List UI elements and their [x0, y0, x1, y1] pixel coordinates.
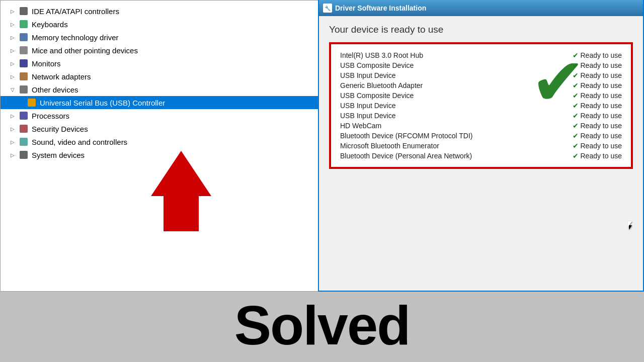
- device-row: Intel(R) USB 3.0 Root Hub ✔Ready to use: [338, 50, 624, 60]
- tree-label-monitors: Monitors: [32, 59, 61, 68]
- device-status-cell: ✔Ready to use: [543, 151, 624, 161]
- device-icon-mice: [19, 45, 29, 55]
- tree-label-ide: IDE ATA/ATAPI controllers: [32, 7, 119, 16]
- device-icon-memory: [19, 32, 29, 42]
- arrow-head: [151, 151, 211, 196]
- mouse-cursor: [628, 221, 632, 227]
- device-icon-system: [19, 150, 29, 160]
- device-name-cell: USB Input Device: [338, 101, 543, 111]
- tree-item-usb-controller[interactable]: Universal Serial Bus (USB) Controller: [1, 96, 321, 109]
- device-icon-keyboards: [19, 19, 29, 29]
- tree-item-memory[interactable]: ▷ Memory technology driver: [1, 31, 321, 44]
- device-name-cell: Generic Bluetooth Adapter: [338, 80, 543, 90]
- device-status-cell: ✔Ready to use: [543, 90, 624, 101]
- device-name-cell: USB Input Device: [338, 111, 543, 121]
- check-icon: ✔: [573, 71, 579, 79]
- tree-item-processors[interactable]: ▷ Processors: [1, 109, 321, 122]
- check-icon: ✔: [573, 132, 579, 140]
- expand-icon-memory: ▷: [9, 33, 17, 41]
- device-row: Bluetooth Device (RFCOMM Protocol TDI) ✔…: [338, 131, 624, 141]
- device-name-cell: Bluetooth Device (Personal Area Network): [338, 151, 543, 161]
- tree-label-other: Other devices: [32, 85, 78, 94]
- tree-item-other[interactable]: ▽ Other devices: [1, 83, 321, 96]
- tree-label-keyboards: Keyboards: [32, 20, 68, 29]
- tree-label-sound: Sound, video and controllers: [32, 138, 127, 146]
- device-icon-network: [19, 71, 29, 81]
- device-status-cell: ✔Ready to use: [543, 60, 624, 70]
- tree-item-mice[interactable]: ▷ Mice and other pointing devices: [1, 44, 321, 57]
- check-icon: ✔: [573, 152, 579, 160]
- tree-label-memory: Memory technology driver: [32, 33, 119, 42]
- expand-icon-sound: ▷: [9, 138, 17, 146]
- device-icon-processors: [19, 111, 29, 121]
- tree-label-security: Security Devices: [32, 125, 88, 133]
- device-name-cell: Intel(R) USB 3.0 Root Hub: [338, 50, 543, 60]
- device-row: Microsoft Bluetooth Enumerator ✔Ready to…: [338, 141, 624, 151]
- device-status-cell: ✔Ready to use: [543, 50, 624, 60]
- device-list-table: Intel(R) USB 3.0 Root Hub ✔Ready to use …: [338, 50, 624, 161]
- arrow-stem: [164, 196, 199, 231]
- tree-label-processors: Processors: [32, 112, 69, 120]
- tree-item-network[interactable]: ▷ Network adapters: [1, 70, 321, 83]
- check-icon: ✔: [573, 81, 579, 89]
- tree-label-network: Network adapters: [32, 72, 91, 81]
- red-arrow-indicator: [151, 151, 211, 231]
- tree-item-sound[interactable]: ▷ Sound, video and controllers: [1, 135, 321, 148]
- tree-item-ide[interactable]: ▷ IDE ATA/ATAPI controllers: [1, 5, 321, 18]
- driver-installation-dialog: 🔧 Driver Software Installation Your devi…: [318, 0, 644, 292]
- device-row: USB Input Device ✔Ready to use: [338, 101, 624, 111]
- expand-icon-keyboards: ▷: [9, 20, 17, 28]
- device-manager-panel: ▷ IDE ATA/ATAPI controllers ▷ Keyboards …: [0, 0, 322, 292]
- check-icon: ✔: [573, 61, 579, 69]
- dialog-ready-message: Your device is ready to use: [329, 24, 633, 35]
- dialog-titlebar: 🔧 Driver Software Installation: [319, 0, 643, 16]
- check-icon: ✔: [573, 51, 579, 59]
- tree-label-usb-controller: Universal Serial Bus (USB) Controller: [40, 99, 165, 107]
- device-status-cell: ✔Ready to use: [543, 141, 624, 151]
- check-icon: ✔: [573, 122, 579, 130]
- device-status-cell: ✔Ready to use: [543, 131, 624, 141]
- device-name-cell: Microsoft Bluetooth Enumerator: [338, 141, 543, 151]
- tree-item-monitors[interactable]: ▷ Monitors: [1, 57, 321, 70]
- tree-item-keyboards[interactable]: ▷ Keyboards: [1, 18, 321, 31]
- device-row: Bluetooth Device (Personal Area Network)…: [338, 151, 624, 161]
- device-row: HD WebCam ✔Ready to use: [338, 121, 624, 131]
- device-icon-other: [19, 84, 29, 95]
- dialog-body: Your device is ready to use ✔ Intel(R) U…: [319, 16, 643, 177]
- expand-icon-monitors: ▷: [9, 59, 17, 67]
- tree-label-system: System devices: [32, 151, 85, 159]
- check-icon: ✔: [573, 102, 579, 110]
- check-icon: ✔: [573, 142, 579, 150]
- device-status-cell: ✔Ready to use: [543, 121, 624, 131]
- device-name-cell: HD WebCam: [338, 121, 543, 131]
- tree-label-mice: Mice and other pointing devices: [32, 46, 138, 55]
- expand-icon-mice: ▷: [9, 46, 17, 54]
- device-status-cell: ✔Ready to use: [543, 101, 624, 111]
- device-icon-sound: [19, 137, 29, 147]
- check-icon: ✔: [573, 112, 579, 120]
- device-row: USB Input Device ✔Ready to use: [338, 70, 624, 80]
- expand-icon-processors: ▷: [9, 112, 17, 120]
- device-status-cell: ✔Ready to use: [543, 70, 624, 80]
- expand-icon-security: ▷: [9, 125, 17, 133]
- device-icon-ide: [19, 6, 29, 16]
- solved-overlay-text: Solved: [234, 293, 410, 357]
- device-name-cell: USB Composite Device: [338, 90, 543, 101]
- device-status-cell: ✔Ready to use: [543, 111, 624, 121]
- device-icon-security: [19, 124, 29, 134]
- dialog-title: Driver Software Installation: [335, 4, 426, 12]
- expand-icon-system: ▷: [9, 151, 17, 159]
- device-name-cell: USB Input Device: [338, 70, 543, 80]
- device-icon-usb: [27, 98, 37, 108]
- device-icon-monitors: [19, 58, 29, 68]
- expand-icon-network: ▷: [9, 72, 17, 80]
- dialog-title-icon: 🔧: [323, 4, 332, 13]
- device-row: USB Input Device ✔Ready to use: [338, 111, 624, 121]
- device-row: USB Composite Device ✔Ready to use: [338, 60, 624, 70]
- device-name-cell: Bluetooth Device (RFCOMM Protocol TDI): [338, 131, 543, 141]
- device-tree: ▷ IDE ATA/ATAPI controllers ▷ Keyboards …: [1, 1, 321, 165]
- expand-icon-ide: ▷: [9, 7, 17, 15]
- device-name-cell: USB Composite Device: [338, 60, 543, 70]
- expand-icon-other: ▽: [9, 85, 17, 94]
- tree-item-security[interactable]: ▷ Security Devices: [1, 122, 321, 135]
